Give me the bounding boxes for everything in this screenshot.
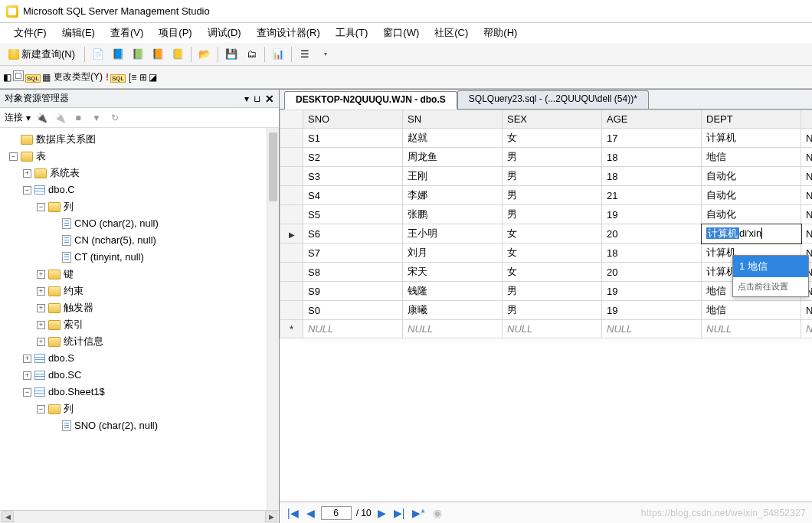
- cell-sex[interactable]: 女: [503, 129, 602, 148]
- expand-icon[interactable]: +: [23, 355, 31, 363]
- cell-age[interactable]: 19: [602, 205, 702, 224]
- cell-sno[interactable]: S3: [303, 167, 403, 186]
- table-row-new[interactable]: NULLNULLNULLNULLNULLN: [280, 320, 813, 338]
- connect-label[interactable]: 连接: [5, 111, 23, 124]
- cell-null[interactable]: NULL: [503, 320, 602, 338]
- dropdown-icon[interactable]: ▾: [244, 93, 249, 104]
- cell-null[interactable]: NULL: [403, 320, 503, 338]
- cell-sex[interactable]: 男: [503, 301, 602, 320]
- expand-icon[interactable]: +: [37, 321, 45, 329]
- table-row[interactable]: S3王刚男18自动化N: [280, 167, 813, 186]
- tree-columns[interactable]: 列: [64, 198, 74, 215]
- menu-view[interactable]: 查看(V): [104, 24, 149, 42]
- tree-col-ct[interactable]: CT (tinyint, null): [74, 249, 144, 266]
- tree-indexes[interactable]: 索引: [64, 316, 83, 333]
- cell-sex[interactable]: 女: [503, 224, 602, 244]
- expand-icon[interactable]: +: [37, 338, 45, 346]
- menu-tools[interactable]: 工具(T): [329, 24, 375, 42]
- expand-icon[interactable]: +: [37, 270, 45, 279]
- ime-candidate-1[interactable]: 1 地信: [733, 256, 808, 277]
- menu-help[interactable]: 帮助(H): [477, 24, 523, 42]
- cell-age[interactable]: 19: [602, 301, 702, 320]
- table-row[interactable]: S0康曦男19地信N: [280, 301, 813, 320]
- cell-sno[interactable]: S1: [303, 129, 403, 148]
- tree-dbo-sc[interactable]: dbo.SC: [48, 367, 81, 384]
- nav-prev-button[interactable]: ◀: [305, 507, 316, 519]
- cell-sn[interactable]: 康曦: [403, 301, 503, 320]
- cell-sex[interactable]: 男: [503, 148, 602, 167]
- btn-dbscript2[interactable]: 📗: [129, 45, 147, 64]
- execute-button[interactable]: !: [106, 72, 109, 83]
- cell-extra[interactable]: N: [801, 167, 813, 186]
- cell-age[interactable]: 20: [602, 224, 702, 244]
- btn-activity[interactable]: 📊: [269, 45, 287, 64]
- row-indicator[interactable]: [280, 263, 303, 282]
- cell-sn[interactable]: 宋天: [403, 263, 503, 282]
- tree-constraints[interactable]: 约束: [64, 283, 83, 299]
- cell-extra[interactable]: N: [801, 129, 813, 148]
- expand-icon[interactable]: +: [37, 287, 45, 296]
- cell-dept[interactable]: 计算机: [702, 129, 801, 148]
- collapse-icon[interactable]: −: [9, 152, 18, 161]
- cell-sn[interactable]: 周龙鱼: [403, 148, 503, 167]
- cell-sn[interactable]: 王小明: [403, 224, 503, 244]
- btn-diagram[interactable]: ◧: [3, 72, 11, 83]
- menu-project[interactable]: 项目(P): [152, 24, 198, 42]
- ime-hint[interactable]: 点击前往设置: [733, 277, 808, 296]
- btn-dropdown[interactable]: [316, 45, 334, 64]
- cell-age[interactable]: 21: [602, 186, 702, 205]
- table-row[interactable]: S2周龙鱼男18地信N: [280, 148, 813, 167]
- cell-age[interactable]: 18: [602, 244, 702, 263]
- change-type-button[interactable]: 更改类型(Y): [54, 70, 103, 83]
- connect-icon[interactable]: 🔌: [34, 110, 49, 126]
- save-all-button[interactable]: 🗂: [242, 45, 260, 64]
- btn-dbscript3[interactable]: 📙: [149, 45, 167, 64]
- verify-sql-button[interactable]: SQL: [110, 72, 126, 83]
- table-row[interactable]: S4李娜男21自动化N: [280, 186, 813, 205]
- btn-list[interactable]: ☰: [296, 45, 314, 64]
- menu-file[interactable]: 文件(F): [8, 24, 53, 42]
- tree-dbo-c[interactable]: dbo.C: [48, 181, 75, 198]
- cell-sn[interactable]: 刘月: [403, 244, 503, 263]
- collapse-icon[interactable]: −: [37, 405, 45, 413]
- cell-dept[interactable]: 自动化: [702, 186, 801, 205]
- cell-dept[interactable]: 地信: [702, 148, 801, 167]
- cell-sno[interactable]: S0: [303, 301, 403, 320]
- cell-sex[interactable]: 男: [503, 205, 602, 224]
- cell-extra[interactable]: N: [801, 224, 813, 244]
- scroll-right-icon[interactable]: ▶: [265, 512, 277, 522]
- tab-sqlquery[interactable]: SQLQuery23.sql - (...2QUUQU\dell (54))*: [457, 90, 649, 109]
- tree-diagrams[interactable]: 数据库关系图: [36, 131, 96, 148]
- btn-grid[interactable]: [13, 70, 24, 83]
- cell-age[interactable]: 19: [602, 282, 702, 301]
- cell-sno[interactable]: S7: [303, 244, 403, 263]
- scroll-left-icon[interactable]: ◀: [2, 512, 14, 522]
- col-header-dept[interactable]: DEPT: [702, 110, 801, 129]
- ime-candidate-popup[interactable]: 1 地信 点击前往设置: [732, 255, 809, 297]
- collapse-icon[interactable]: −: [23, 388, 31, 397]
- disconnect-icon[interactable]: 🔌: [52, 110, 67, 126]
- cell-dept[interactable]: 自动化: [702, 205, 801, 224]
- data-grid[interactable]: SNO SN SEX AGE DEPT S1赵就女17计算机NS2周龙鱼男18地…: [280, 110, 812, 338]
- filter-icon[interactable]: ▼: [89, 110, 104, 126]
- cell-extra[interactable]: N: [801, 320, 813, 338]
- row-indicator[interactable]: [280, 282, 303, 301]
- menu-community[interactable]: 社区(C): [428, 24, 474, 42]
- cell-null[interactable]: NULL: [702, 320, 801, 338]
- tree-vscrollbar[interactable]: [267, 128, 279, 510]
- nav-new-button[interactable]: ▶*: [411, 507, 426, 519]
- cell-sno[interactable]: S8: [303, 263, 403, 282]
- close-icon[interactable]: ✕: [265, 93, 274, 105]
- cell-null[interactable]: NULL: [602, 320, 702, 338]
- cell-age[interactable]: 18: [602, 148, 702, 167]
- tree-col-cno[interactable]: CNO (char(2), null): [74, 215, 159, 232]
- btn-results[interactable]: ▦: [42, 72, 51, 83]
- btn-dbscript4[interactable]: 📒: [169, 45, 187, 64]
- btn-addtable[interactable]: ⊞: [139, 72, 147, 83]
- col-header-sno[interactable]: SNO: [303, 110, 403, 129]
- menu-edit[interactable]: 编辑(E): [56, 24, 101, 42]
- cell-sno[interactable]: S5: [303, 205, 403, 224]
- table-row[interactable]: S6王小明女20计算机di'xinN: [280, 224, 813, 244]
- cell-age[interactable]: 18: [602, 167, 702, 186]
- row-indicator[interactable]: [280, 224, 303, 244]
